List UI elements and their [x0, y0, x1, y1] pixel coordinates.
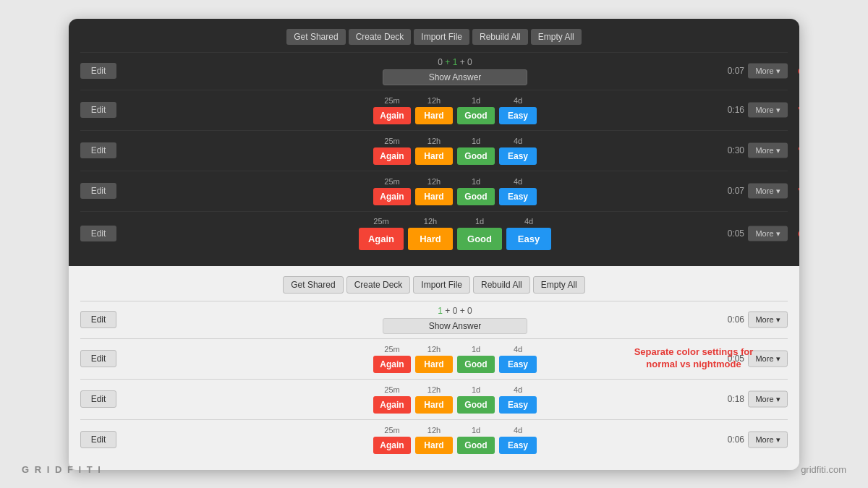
more-button-dark-2[interactable]: More ▾	[748, 103, 788, 118]
more-button-light-4[interactable]: More ▾	[748, 432, 788, 448]
hard-btn-light-4[interactable]: Hard	[415, 437, 453, 454]
get-shared-button-light[interactable]: Get Shared	[283, 276, 343, 294]
time-easy-light-3: 4d	[499, 385, 537, 394]
hard-btn-dark-4[interactable]: Hard	[415, 188, 453, 205]
good-btn-light-3[interactable]: Good	[457, 396, 495, 414]
good-btn-dark-3[interactable]: Good	[457, 147, 495, 165]
again-btn-light-4[interactable]: Again	[373, 437, 411, 454]
good-btn-light-2[interactable]: Good	[457, 356, 495, 373]
again-btn-dark-5[interactable]: Again	[359, 228, 404, 250]
easy-btn-light-4[interactable]: Easy	[499, 437, 537, 454]
time-easy-light-2: 4d	[499, 345, 537, 354]
edit-button-dark-2[interactable]: Edit	[80, 102, 116, 118]
good-btn-dark-2[interactable]: Good	[457, 107, 495, 124]
empty-all-button-light[interactable]: Empty All	[533, 276, 585, 294]
more-button-dark-4[interactable]: More ▾	[748, 184, 788, 199]
hard-btn-dark-5[interactable]: Hard	[408, 228, 453, 250]
light-toolbar: Get Shared Create Deck Import File Rebui…	[80, 276, 788, 294]
light-card-row-3: Edit 25m 12h 1d 4d Again Hard Good Easy …	[80, 379, 788, 419]
create-deck-button-light[interactable]: Create Deck	[346, 276, 411, 294]
answer-btns-dark-2: Again Hard Good Easy	[373, 107, 537, 124]
hard-btn-dark-3[interactable]: Hard	[415, 147, 453, 165]
time-again-light-4: 25m	[373, 426, 411, 435]
time-again-dark-3: 25m	[373, 137, 411, 145]
time-hard-dark-3: 12h	[415, 137, 453, 145]
dark-card-row-1: Edit 0 + 1 + 0 Show Answer 0:07 More ▾ C…	[80, 52, 788, 90]
import-file-button-light[interactable]: Import File	[413, 276, 470, 294]
time-hard-dark-5: 12h	[408, 217, 453, 226]
light-card-row-1: Edit 1 + 0 + 0 Show Answer 0:06 More ▾	[80, 301, 788, 338]
time-again-dark-4: 25m	[373, 177, 411, 186]
footer-url: gridfiti.com	[801, 464, 846, 475]
time-again-dark-2: 25m	[373, 96, 411, 105]
get-shared-button-dark[interactable]: Get Shared	[286, 29, 345, 45]
edit-button-dark-3[interactable]: Edit	[80, 142, 116, 158]
light-card-row-4: Edit 25m 12h 1d 4d Again Hard Good Easy …	[80, 419, 788, 460]
timer-dark-1: 0:07	[728, 66, 744, 76]
more-button-light-1[interactable]: More ▾	[748, 312, 788, 328]
again-btn-dark-3[interactable]: Again	[373, 147, 411, 165]
hard-btn-light-2[interactable]: Hard	[415, 356, 453, 373]
more-button-dark-1[interactable]: More ▾	[748, 64, 788, 79]
show-answer-button-dark-1[interactable]: Show Answer	[383, 69, 527, 85]
edit-button-light-4[interactable]: Edit	[80, 431, 116, 448]
card-center-dark-5: 25m 12h 1d 4d Again Hard Good Easy	[122, 217, 788, 250]
card-center-light-1: 1 + 0 + 0 Show Answer	[122, 306, 788, 334]
show-answer-button-light-1[interactable]: Show Answer	[383, 318, 527, 334]
rebuild-all-button-dark[interactable]: Rebuild All	[472, 29, 528, 45]
edit-button-dark-1[interactable]: Edit	[80, 63, 116, 79]
answer-btns-dark-5: Again Hard Good Easy	[359, 228, 551, 250]
easy-btn-dark-3[interactable]: Easy	[499, 147, 537, 165]
time-hard-light-4: 12h	[415, 426, 453, 435]
create-deck-button-dark[interactable]: Create Deck	[349, 29, 412, 45]
answer-btns-light-4: Again Hard Good Easy	[373, 437, 537, 454]
time-labels-dark-4: 25m 12h 1d 4d	[373, 177, 537, 186]
hard-btn-light-3[interactable]: Hard	[415, 396, 453, 414]
good-btn-light-4[interactable]: Good	[457, 437, 495, 454]
import-file-button-dark[interactable]: Import File	[414, 29, 469, 45]
answer-btns-light-2: Again Hard Good Easy	[373, 356, 537, 373]
more-button-light-3[interactable]: More ▾	[748, 391, 788, 408]
more-button-dark-3[interactable]: More ▾	[748, 143, 788, 158]
again-btn-light-2[interactable]: Again	[373, 356, 411, 373]
hard-btn-dark-2[interactable]: Hard	[415, 107, 453, 124]
more-button-dark-5[interactable]: More ▾	[748, 226, 788, 241]
easy-btn-dark-5[interactable]: Easy	[506, 228, 551, 250]
time-good-light-2: 1d	[457, 345, 495, 354]
edit-button-light-1[interactable]: Edit	[80, 311, 116, 328]
time-labels-dark-3: 25m 12h 1d 4d	[373, 137, 537, 145]
card-center-dark-1: 0 + 1 + 0 Show Answer	[122, 57, 788, 85]
again-btn-light-3[interactable]: Again	[373, 396, 411, 414]
answer-btns-dark-4: Again Hard Good Easy	[373, 188, 537, 205]
easy-btn-dark-4[interactable]: Easy	[499, 188, 537, 205]
timer-dark-3: 0:30	[728, 145, 744, 155]
empty-all-button-dark[interactable]: Empty All	[531, 29, 582, 45]
footer: G R I D F I T I gridfiti.com	[0, 464, 868, 475]
answer-count-light-1: 1 + 0 + 0	[438, 306, 472, 316]
rebuild-all-button-light[interactable]: Rebuild All	[473, 276, 530, 294]
dark-toolbar: Get Shared Create Deck Import File Rebui…	[80, 29, 788, 45]
time-good-light-3: 1d	[457, 385, 495, 394]
time-good-dark-5: 1d	[457, 217, 502, 226]
again-btn-dark-4[interactable]: Again	[373, 188, 411, 205]
answer-btns-light-3: Again Hard Good Easy	[373, 396, 537, 414]
annotation-dark-3: "Hover" mode	[798, 145, 799, 156]
good-btn-dark-4[interactable]: Good	[457, 188, 495, 205]
timer-dark-5: 0:05	[728, 228, 744, 239]
time-easy-dark-5: 4d	[506, 217, 551, 226]
card-center-light-4: 25m 12h 1d 4d Again Hard Good Easy	[122, 426, 788, 454]
annotation-dark-1: Customize answer button width	[798, 66, 799, 77]
dark-card-row-4: Edit 25m 12h 1d 4d Again Hard Good Easy …	[80, 171, 788, 211]
easy-btn-light-2[interactable]: Easy	[499, 356, 537, 373]
edit-button-light-3[interactable]: Edit	[80, 390, 116, 408]
card-center-dark-2: 25m 12h 1d 4d Again Hard Good Easy	[122, 96, 788, 124]
good-btn-dark-5[interactable]: Good	[457, 228, 502, 250]
timer-dark-4: 0:07	[728, 186, 744, 196]
easy-btn-dark-2[interactable]: Easy	[499, 107, 537, 124]
edit-button-dark-4[interactable]: Edit	[80, 183, 116, 199]
edit-button-light-2[interactable]: Edit	[80, 350, 116, 367]
again-btn-dark-2[interactable]: Again	[373, 107, 411, 124]
easy-btn-light-3[interactable]: Easy	[499, 396, 537, 414]
edit-button-dark-5[interactable]: Edit	[80, 226, 116, 241]
time-good-dark-4: 1d	[457, 177, 495, 186]
